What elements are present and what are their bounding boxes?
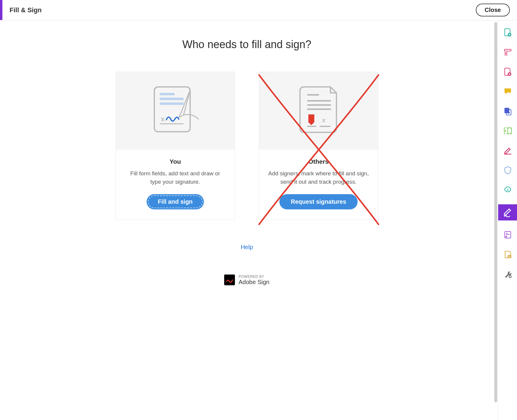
accent-strip xyxy=(0,0,2,20)
protect-icon[interactable] xyxy=(502,165,513,176)
comment-icon[interactable] xyxy=(502,86,513,97)
svg-rect-1 xyxy=(160,93,175,95)
svg-rect-5 xyxy=(160,123,184,124)
powered-by-text: POWERED BY Adobe Sign xyxy=(239,275,269,285)
svg-rect-9 xyxy=(307,108,331,110)
svg-rect-6 xyxy=(307,94,319,96)
svg-rect-12 xyxy=(320,126,330,127)
card-you-title: You xyxy=(170,158,181,165)
card-you-desc: Fill form fields, add text and draw or t… xyxy=(124,169,226,186)
stamp-icon[interactable] xyxy=(502,229,513,240)
svg-rect-17 xyxy=(504,53,507,54)
svg-rect-30 xyxy=(509,256,510,257)
svg-text:x: x xyxy=(161,115,165,123)
illustration-you: x xyxy=(116,72,235,150)
option-cards: x You Fill form fields, add text and dra… xyxy=(116,72,378,220)
export-pdf-icon[interactable] xyxy=(502,27,513,38)
compare-icon[interactable] xyxy=(502,249,513,260)
adobe-sign-logo-icon xyxy=(224,275,235,285)
svg-rect-16 xyxy=(504,52,507,53)
svg-rect-26 xyxy=(506,233,508,234)
svg-rect-11 xyxy=(307,126,316,127)
svg-rect-15 xyxy=(504,49,511,51)
svg-rect-7 xyxy=(307,100,331,102)
compress-icon[interactable]: λ xyxy=(502,185,513,195)
svg-rect-3 xyxy=(160,102,184,105)
scrollbar-thumb[interactable] xyxy=(494,22,497,402)
top-bar: Fill & Sign Close xyxy=(0,0,517,20)
create-pdf-icon[interactable] xyxy=(502,66,513,77)
svg-rect-31 xyxy=(509,257,510,257)
combine-files-icon[interactable] xyxy=(502,106,513,117)
card-others[interactable]: x Others Add signers, mark where to fill… xyxy=(259,72,378,220)
card-you[interactable]: x You Fill form fields, add text and dra… xyxy=(116,72,235,220)
powered-by-label: POWERED BY xyxy=(239,275,269,279)
fill-and-sign-button[interactable]: Fill and sign xyxy=(147,194,204,209)
more-tools-icon[interactable] xyxy=(502,269,513,280)
signing-document-icon: x xyxy=(145,84,205,138)
redact-icon[interactable] xyxy=(502,125,513,136)
svg-text:λ: λ xyxy=(507,188,509,191)
powered-by-brand: Adobe Sign xyxy=(239,279,269,285)
main-content: Who needs to fill and sign? x xyxy=(0,20,494,420)
card-you-body: You Fill form fields, add text and draw … xyxy=(116,150,235,220)
card-others-title: Others xyxy=(308,158,329,165)
svg-rect-29 xyxy=(508,255,511,258)
card-others-body: Others Add signers, mark where to fill a… xyxy=(259,150,378,220)
tools-sidebar: λ xyxy=(498,20,517,420)
edit-pdf-icon[interactable] xyxy=(502,145,513,156)
organize-pages-icon[interactable] xyxy=(502,47,513,57)
powered-by: POWERED BY Adobe Sign xyxy=(224,275,269,285)
page-title: Fill & Sign xyxy=(10,6,42,14)
request-document-icon: x xyxy=(289,84,348,138)
svg-text:x: x xyxy=(322,117,325,123)
close-button[interactable]: Close xyxy=(476,4,510,16)
heading: Who needs to fill and sign? xyxy=(182,38,311,51)
svg-rect-8 xyxy=(307,104,331,106)
svg-rect-2 xyxy=(160,98,184,100)
fill-sign-icon[interactable] xyxy=(498,204,517,220)
illustration-others: x xyxy=(259,72,378,150)
request-signatures-button[interactable]: Request signatures xyxy=(279,194,358,209)
svg-rect-27 xyxy=(506,234,510,235)
top-bar-left: Fill & Sign xyxy=(0,0,42,20)
help-link[interactable]: Help xyxy=(241,244,253,251)
svg-rect-22 xyxy=(508,128,511,134)
scrollbar[interactable] xyxy=(494,20,498,420)
card-others-desc: Add signers, mark where to fill and sign… xyxy=(267,169,370,186)
svg-rect-18 xyxy=(504,55,507,55)
